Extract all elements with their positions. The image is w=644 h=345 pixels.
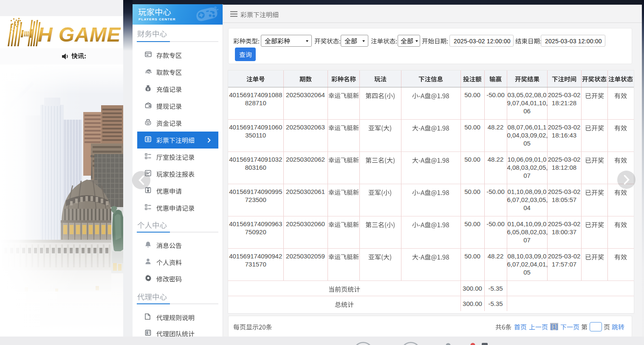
svg-text:H GAME: H GAME: [38, 23, 121, 46]
